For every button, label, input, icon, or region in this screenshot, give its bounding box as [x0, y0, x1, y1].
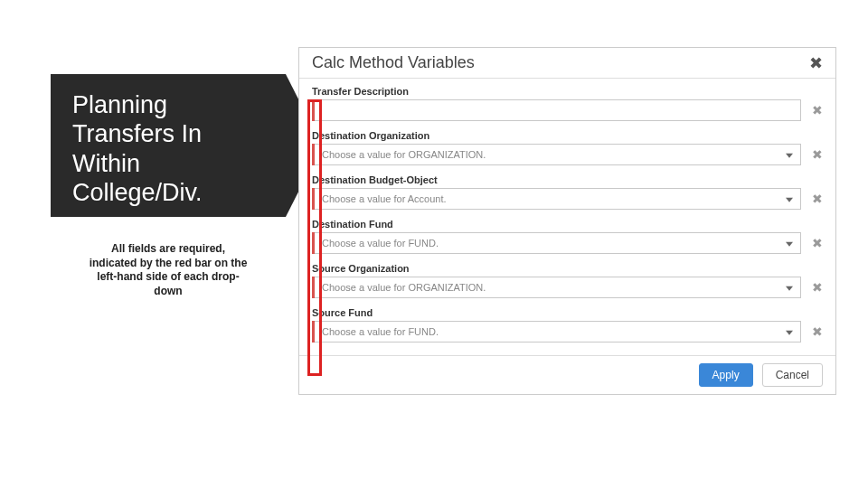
placeholder-text: Choose a value for FUND. [322, 238, 439, 249]
cancel-button[interactable]: Cancel [762, 363, 823, 387]
close-icon[interactable]: ✖ [806, 55, 826, 71]
field-destination-budget-object: Destination Budget-Object Choose a value… [312, 174, 823, 210]
transfer-description-input[interactable] [312, 99, 801, 121]
clear-icon[interactable]: ✖ [812, 104, 823, 117]
placeholder-text: Choose a value for ORGANIZATION. [322, 149, 486, 160]
slide-caption: All fields are required, indicated by th… [87, 242, 250, 298]
chevron-down-icon [786, 198, 793, 202]
chevron-down-icon [786, 286, 793, 291]
chevron-down-icon [786, 331, 793, 335]
field-label: Destination Budget-Object [312, 174, 823, 185]
destination-fund-select[interactable]: Choose a value for FUND. [312, 232, 801, 254]
modal-header: Calc Method Variables ✖ [299, 48, 835, 79]
apply-button[interactable]: Apply [699, 363, 753, 387]
calc-method-modal: Calc Method Variables ✖ Transfer Descrip… [298, 47, 836, 395]
destination-organization-select[interactable]: Choose a value for ORGANIZATION. [312, 144, 801, 165]
field-source-organization: Source Organization Choose a value for O… [312, 263, 823, 298]
source-fund-select[interactable]: Choose a value for FUND. [312, 321, 801, 343]
chevron-down-icon [786, 242, 793, 247]
field-label: Source Organization [312, 263, 823, 274]
destination-budget-object-select[interactable]: Choose a value for Account. [312, 188, 801, 210]
field-label: Source Fund [312, 307, 823, 318]
clear-icon[interactable]: ✖ [812, 325, 823, 338]
placeholder-text: Choose a value for Account. [322, 193, 447, 204]
chevron-down-icon [786, 154, 793, 158]
field-transfer-description: Transfer Description ✖ [312, 86, 823, 121]
clear-icon[interactable]: ✖ [812, 192, 823, 205]
modal-footer: Apply Cancel [299, 355, 835, 394]
clear-icon[interactable]: ✖ [812, 281, 823, 294]
field-label: Destination Organization [312, 130, 823, 141]
placeholder-text: Choose a value for ORGANIZATION. [322, 282, 486, 293]
field-label: Transfer Description [312, 86, 823, 97]
modal-body: Transfer Description ✖ Destination Organ… [299, 79, 835, 355]
modal-title: Calc Method Variables [312, 53, 475, 72]
clear-icon[interactable]: ✖ [812, 237, 823, 249]
field-destination-organization: Destination Organization Choose a value … [312, 130, 823, 165]
placeholder-text: Choose a value for FUND. [322, 326, 439, 337]
field-destination-fund: Destination Fund Choose a value for FUND… [312, 219, 823, 254]
clear-icon[interactable]: ✖ [812, 148, 823, 161]
source-organization-select[interactable]: Choose a value for ORGANIZATION. [312, 277, 801, 298]
slide-title: Planning Transfers In Within College/Div… [72, 90, 262, 208]
field-source-fund: Source Fund Choose a value for FUND. ✖ [312, 307, 823, 343]
field-label: Destination Fund [312, 219, 823, 230]
